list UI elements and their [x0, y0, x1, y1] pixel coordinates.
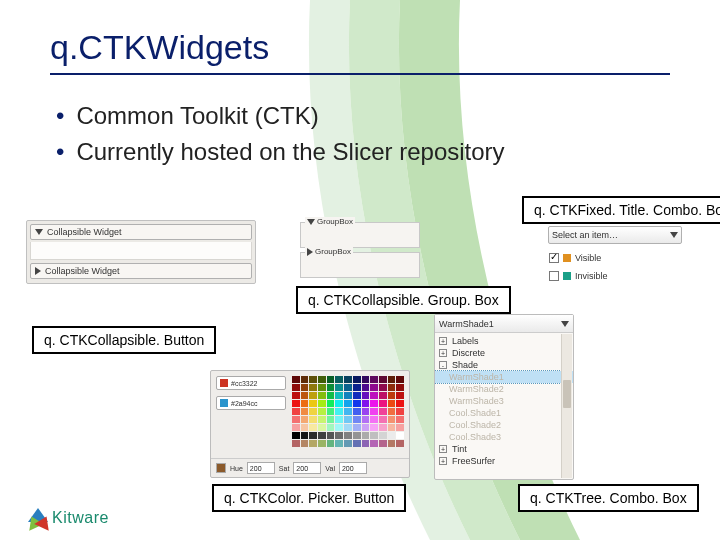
widget-tree-combo: WarmShade1 +Labels+Discrete-ShadeWarmSha…	[434, 314, 574, 480]
collapsible-header[interactable]: Collapsible Widget	[30, 263, 252, 279]
tree-list[interactable]: +Labels+Discrete-ShadeWarmShade1WarmShad…	[435, 333, 573, 479]
tree-item[interactable]: +Discrete	[435, 347, 573, 359]
checkbox-visible[interactable]: Visible	[548, 250, 682, 266]
combo-box[interactable]: WarmShade1	[435, 315, 573, 333]
tree-item[interactable]: +Labels	[435, 335, 573, 347]
checkbox-invisible[interactable]: Invisible	[548, 268, 682, 284]
tree-item[interactable]: +FreeSurfer	[435, 455, 573, 467]
color-grid[interactable]	[292, 376, 404, 453]
color-chip[interactable]: #2a94cc	[216, 396, 286, 410]
chevron-right-icon	[35, 267, 41, 275]
label-color-picker: q. CTKColor. Picker. Button	[212, 484, 406, 512]
groupbox-caption[interactable]: GroupBox	[305, 217, 355, 226]
tree-item[interactable]: -Shade	[435, 359, 573, 371]
chevron-down-icon	[670, 232, 678, 238]
val-spin[interactable]: 200	[339, 462, 367, 474]
tree-item[interactable]: WarmShade1	[435, 371, 573, 383]
chevron-right-icon	[307, 248, 313, 256]
label-collapsible-group: q. CTKCollapsible. Group. Box	[296, 286, 511, 314]
label-fixed-title-combo: q. CTKFixed. Title. Combo. Box	[522, 196, 720, 224]
combo-box[interactable]: Select an item…	[548, 226, 682, 244]
hue-spin[interactable]: 200	[247, 462, 275, 474]
tree-item[interactable]: WarmShade2	[435, 383, 573, 395]
sat-spin[interactable]: 200	[293, 462, 321, 474]
bullet-item: Currently hosted on the Slicer repositor…	[56, 137, 680, 167]
widget-color-picker: #cc3322 #2a94cc Hue200 Sat200 Val200	[210, 370, 410, 478]
chevron-down-icon	[561, 321, 569, 327]
label-collapsible-button: q. CTKCollapsible. Button	[32, 326, 216, 354]
widget-fixed-title-combo: Select an item… Visible Invisible	[548, 226, 682, 296]
chevron-down-icon	[35, 229, 43, 235]
bullet-item: Common Toolkit (CTK)	[56, 101, 680, 131]
tree-item[interactable]: +Tint	[435, 443, 573, 455]
tree-item[interactable]: WarmShade3	[435, 395, 573, 407]
groupbox-caption[interactable]: GroupBox	[305, 247, 353, 256]
collapsible-label: Collapsible Widget	[45, 266, 120, 276]
slide-title: q.CTKWidgets	[50, 28, 670, 75]
kitware-logo: Kitware	[26, 506, 109, 530]
collapsible-header[interactable]: Collapsible Widget	[30, 224, 252, 240]
widget-collapsible-button: Collapsible Widget Collapsible Widget	[26, 220, 256, 284]
combo-placeholder: Select an item…	[552, 230, 618, 240]
tree-item[interactable]: Cool.Shade1	[435, 407, 573, 419]
scrollbar[interactable]	[561, 334, 572, 478]
tree-item[interactable]: Cool.Shade2	[435, 419, 573, 431]
bullet-list: Common Toolkit (CTK) Currently hosted on…	[56, 101, 680, 167]
collapsible-label: Collapsible Widget	[47, 227, 122, 237]
chevron-down-icon	[307, 219, 315, 225]
current-color-swatch	[216, 463, 226, 473]
label-tree-combo: q. CTKTree. Combo. Box	[518, 484, 699, 512]
tree-item[interactable]: Cool.Shade3	[435, 431, 573, 443]
widget-groupbox: GroupBox GroupBox	[300, 222, 420, 286]
color-chip[interactable]: #cc3322	[216, 376, 286, 390]
